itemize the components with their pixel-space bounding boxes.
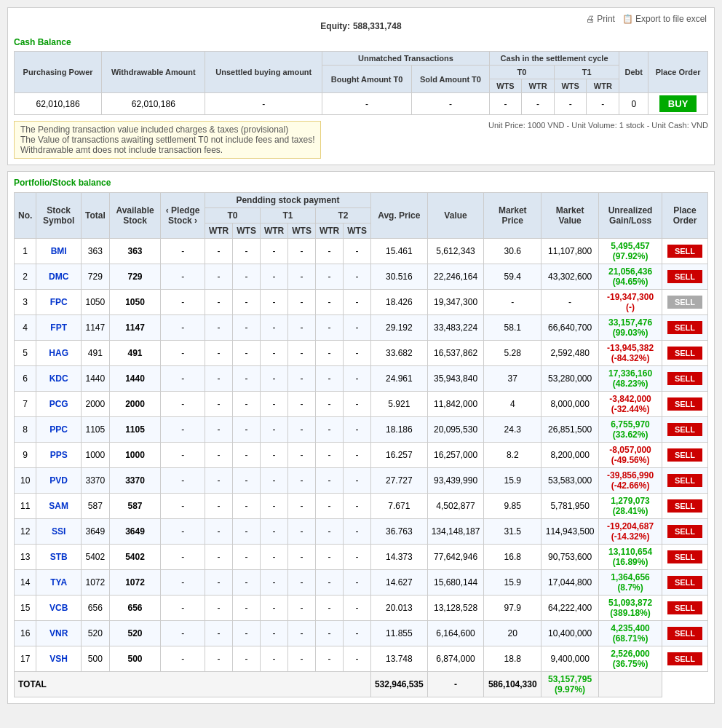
sell-button-SSI[interactable]: SELL	[667, 525, 702, 538]
sell-button-FPC[interactable]: SELL	[667, 296, 702, 309]
sell-button-VSH[interactable]: SELL	[667, 652, 702, 665]
stock-link-FPC[interactable]: FPC	[50, 297, 68, 307]
stock-link-PVD[interactable]: PVD	[49, 475, 68, 486]
col-avg-price: 15.461	[370, 239, 427, 264]
val-debt: 0	[619, 93, 648, 115]
stock-link-VNR[interactable]: VNR	[49, 628, 68, 638]
col-symbol: BMI	[36, 239, 82, 264]
col-market-price: 37	[484, 366, 542, 392]
stock-link-HAG[interactable]: HAG	[49, 348, 68, 358]
col-total: 1050	[81, 290, 109, 315]
col-t0-wts: -	[233, 239, 261, 264]
col-available: 1000	[109, 443, 161, 468]
col-t1-wtr: -	[260, 468, 287, 494]
stock-link-STB[interactable]: STB	[50, 552, 68, 562]
col-symbol: VCB	[36, 596, 82, 621]
col-avg-price: 27.727	[370, 468, 427, 494]
col-pledge: -	[161, 596, 205, 621]
col-market-value: 9,400,000	[542, 646, 599, 672]
col-pledge: -	[161, 315, 205, 341]
buy-button[interactable]: BUY	[659, 95, 697, 112]
col-gain-loss: 13,110,654(16.89%)	[599, 545, 662, 570]
th-unrealized: Unrealized Gain/Loss	[599, 193, 662, 239]
col-t0-wts: -	[233, 366, 261, 392]
stock-link-VSH[interactable]: VSH	[49, 654, 68, 664]
sell-button-STB[interactable]: SELL	[667, 550, 702, 563]
col-t1-wtr: -	[260, 596, 287, 621]
sell-button-HAG[interactable]: SELL	[667, 347, 702, 360]
col-no: 9	[15, 443, 36, 468]
col-t1-wtr: -	[260, 443, 287, 468]
sell-button-FPT[interactable]: SELL	[667, 321, 702, 334]
col-market-value: 5,781,950	[542, 494, 599, 519]
sell-button-DMC[interactable]: SELL	[667, 270, 702, 283]
col-t1-wts: -	[288, 341, 316, 366]
col-available: 656	[109, 596, 161, 621]
stock-link-SSI[interactable]: SSI	[52, 526, 66, 537]
col-symbol: FPC	[36, 290, 82, 315]
col-available: 1050	[109, 290, 161, 315]
col-available: 491	[109, 341, 161, 366]
sell-button-SAM[interactable]: SELL	[667, 499, 702, 513]
sell-button-VCB[interactable]: SELL	[667, 601, 702, 614]
col-t1-wtr: -	[260, 315, 287, 341]
sell-button-PVD[interactable]: SELL	[667, 474, 702, 487]
sell-button-TYA[interactable]: SELL	[667, 576, 702, 589]
stock-link-SAM[interactable]: SAM	[49, 501, 68, 511]
col-t1-wts: -	[288, 545, 316, 570]
table-row: 6 KDC 1440 1440 - - - - - - - 24.961 35,…	[15, 366, 708, 392]
total-label: TOTAL	[15, 672, 371, 697]
th-place-order-sum: Place Order	[648, 52, 708, 93]
sell-button-PCG[interactable]: SELL	[667, 397, 702, 411]
stock-link-PPC[interactable]: PPC	[49, 424, 68, 435]
sell-button-KDC[interactable]: SELL	[667, 372, 702, 385]
stock-link-FPT[interactable]: FPT	[50, 323, 67, 333]
col-t2-wtr: -	[315, 570, 343, 596]
col-t2-wtr: -	[315, 290, 343, 315]
stock-link-PPS[interactable]: PPS	[50, 450, 68, 460]
col-t2-wtr: -	[315, 646, 343, 672]
sell-button-BMI[interactable]: SELL	[667, 245, 702, 258]
col-total: 1000	[81, 443, 109, 468]
col-pledge: -	[161, 519, 205, 545]
col-t2-wts: -	[344, 264, 371, 290]
table-row: 11 SAM 587 587 - - - - - - - 7.671 4,502…	[15, 494, 708, 519]
table-row: 12 SSI 3649 3649 - - - - - - - 36.763 13…	[15, 519, 708, 545]
export-button[interactable]: 📋 Export to file excel	[622, 14, 707, 24]
stock-link-DMC[interactable]: DMC	[49, 272, 68, 282]
sell-button-PPC[interactable]: SELL	[667, 423, 702, 436]
sell-button-VNR[interactable]: SELL	[667, 627, 702, 640]
th-unsettled-buying: Unsettled buying amount	[205, 52, 322, 93]
col-market-value: 53,583,000	[542, 468, 599, 494]
th-market-value: Market Value	[542, 193, 599, 239]
print-button[interactable]: 🖨 Print	[586, 14, 615, 24]
col-market-price: 16.8	[484, 545, 542, 570]
col-available: 363	[109, 239, 161, 264]
table-row: 8 PPC 1105 1105 - - - - - - - 18.186 20,…	[15, 417, 708, 443]
col-pledge: -	[161, 570, 205, 596]
stock-link-KDC[interactable]: KDC	[49, 373, 68, 384]
col-pledge: -	[161, 621, 205, 646]
col-available: 5402	[109, 545, 161, 570]
th-t0-wtr-p: WTR	[205, 223, 232, 239]
col-t2-wts: -	[344, 646, 371, 672]
col-gain-loss: 21,056,436(94.65%)	[599, 264, 662, 290]
th-t1: T1	[555, 66, 619, 79]
col-value: 11,842,000	[427, 392, 484, 417]
sell-button-PPS[interactable]: SELL	[667, 448, 702, 462]
col-symbol: SAM	[36, 494, 82, 519]
table-row: 16 VNR 520 520 - - - - - - - 11.855 6,16…	[15, 621, 708, 646]
col-market-value: 2,592,480	[542, 341, 599, 366]
col-total: 2000	[81, 392, 109, 417]
cash-balance-link[interactable]: Cash Balance	[14, 37, 708, 47]
col-value: 77,642,946	[427, 545, 484, 570]
col-t0-wts: -	[233, 494, 261, 519]
col-market-price: -	[484, 290, 542, 315]
stock-link-TYA[interactable]: TYA	[50, 577, 67, 587]
stock-link-BMI[interactable]: BMI	[51, 246, 67, 256]
stock-link-PCG[interactable]: PCG	[49, 399, 68, 409]
col-t2-wts: -	[344, 519, 371, 545]
stock-link-VCB[interactable]: VCB	[49, 603, 68, 613]
col-t1-wtr: -	[260, 646, 287, 672]
col-symbol: PPS	[36, 443, 82, 468]
